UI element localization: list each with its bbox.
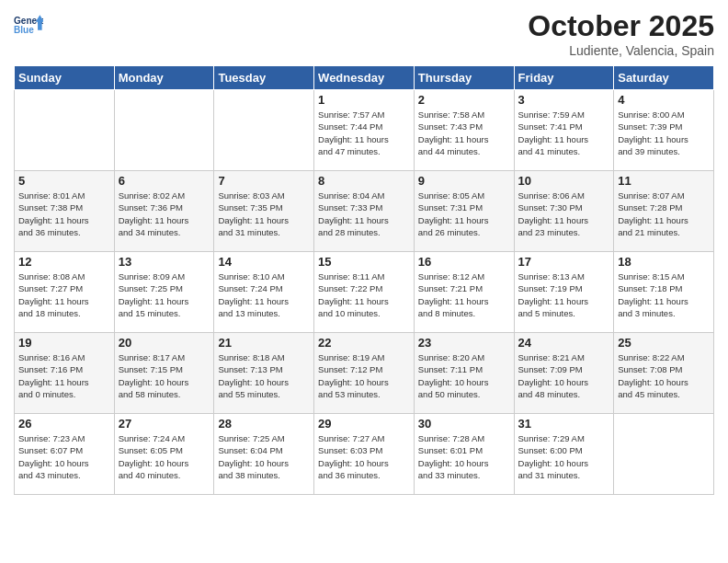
calendar-week-row: 12Sunrise: 8:08 AMSunset: 7:27 PMDayligh… [15,252,714,333]
calendar-day-cell: 4Sunrise: 8:00 AMSunset: 7:39 PMDaylight… [614,90,714,171]
day-info: Sunrise: 8:22 AMSunset: 7:08 PMDaylight:… [618,351,710,400]
day-number: 13 [119,255,210,269]
day-number: 15 [318,255,410,269]
day-number: 28 [218,417,310,431]
day-number: 25 [618,336,710,350]
calendar-day-cell [214,90,314,171]
day-info: Sunrise: 8:04 AMSunset: 7:33 PMDaylight:… [318,190,410,238]
calendar-day-cell: 28Sunrise: 7:25 AMSunset: 6:04 PMDayligh… [214,414,314,495]
day-number: 19 [18,336,110,350]
calendar-day-cell: 24Sunrise: 8:21 AMSunset: 7:09 PMDayligh… [514,333,614,414]
calendar-day-cell: 20Sunrise: 8:17 AMSunset: 7:15 PMDayligh… [114,333,214,414]
header: General Blue October 2025 Ludiente, Vale… [14,9,714,58]
calendar-day-cell [114,90,214,171]
calendar-day-cell: 15Sunrise: 8:11 AMSunset: 7:22 PMDayligh… [314,252,415,333]
calendar-day-cell: 6Sunrise: 8:02 AMSunset: 7:36 PMDaylight… [114,171,214,252]
calendar-day-cell: 27Sunrise: 7:24 AMSunset: 6:05 PMDayligh… [114,414,214,495]
calendar-day-cell: 16Sunrise: 8:12 AMSunset: 7:21 PMDayligh… [414,252,514,333]
day-number: 7 [218,174,310,188]
calendar-day-cell [614,414,714,495]
day-info: Sunrise: 8:08 AMSunset: 7:27 PMDaylight:… [18,270,110,319]
calendar-day-cell: 2Sunrise: 7:58 AMSunset: 7:43 PMDaylight… [414,90,514,171]
weekday-tuesday: Tuesday [214,66,314,90]
day-number: 30 [418,417,510,431]
day-info: Sunrise: 8:18 AMSunset: 7:13 PMDaylight:… [218,351,310,400]
day-info: Sunrise: 8:00 AMSunset: 7:39 PMDaylight:… [618,109,710,157]
day-number: 9 [418,174,510,188]
day-info: Sunrise: 8:21 AMSunset: 7:09 PMDaylight:… [518,351,610,400]
calendar-day-cell: 30Sunrise: 7:28 AMSunset: 6:01 PMDayligh… [414,414,514,495]
weekday-saturday: Saturday [614,66,714,90]
calendar-week-row: 5Sunrise: 8:01 AMSunset: 7:38 PMDaylight… [15,171,714,252]
day-number: 20 [119,336,210,350]
calendar-day-cell: 25Sunrise: 8:22 AMSunset: 7:08 PMDayligh… [614,333,714,414]
calendar-day-cell: 22Sunrise: 8:19 AMSunset: 7:12 PMDayligh… [314,333,415,414]
day-number: 2 [418,93,510,107]
day-info: Sunrise: 8:06 AMSunset: 7:30 PMDaylight:… [518,190,610,238]
location: Ludiente, Valencia, Spain [528,43,714,58]
weekday-sunday: Sunday [15,66,115,90]
day-info: Sunrise: 8:05 AMSunset: 7:31 PMDaylight:… [418,190,510,238]
day-number: 4 [618,93,710,107]
day-info: Sunrise: 7:23 AMSunset: 6:07 PMDaylight:… [18,432,110,481]
day-number: 31 [518,417,610,431]
day-info: Sunrise: 8:17 AMSunset: 7:15 PMDaylight:… [119,351,210,400]
day-number: 29 [318,417,410,431]
calendar-week-row: 26Sunrise: 7:23 AMSunset: 6:07 PMDayligh… [15,414,714,495]
calendar-day-cell: 1Sunrise: 7:57 AMSunset: 7:44 PMDaylight… [314,90,415,171]
day-number: 5 [18,174,110,188]
calendar-week-row: 19Sunrise: 8:16 AMSunset: 7:16 PMDayligh… [15,333,714,414]
svg-text:Blue: Blue [14,25,34,35]
day-info: Sunrise: 8:07 AMSunset: 7:28 PMDaylight:… [618,190,710,238]
day-number: 12 [18,255,110,269]
day-number: 23 [418,336,510,350]
day-info: Sunrise: 8:19 AMSunset: 7:12 PMDaylight:… [318,351,410,400]
calendar-day-cell: 3Sunrise: 7:59 AMSunset: 7:41 PMDaylight… [514,90,614,171]
calendar-day-cell: 5Sunrise: 8:01 AMSunset: 7:38 PMDaylight… [15,171,115,252]
calendar-week-row: 1Sunrise: 7:57 AMSunset: 7:44 PMDaylight… [15,90,714,171]
day-info: Sunrise: 8:02 AMSunset: 7:36 PMDaylight:… [119,190,210,238]
calendar-day-cell: 7Sunrise: 8:03 AMSunset: 7:35 PMDaylight… [214,171,314,252]
day-info: Sunrise: 7:28 AMSunset: 6:01 PMDaylight:… [418,432,510,481]
day-number: 11 [618,174,710,188]
day-number: 24 [518,336,610,350]
day-info: Sunrise: 7:58 AMSunset: 7:43 PMDaylight:… [418,109,510,157]
day-info: Sunrise: 8:03 AMSunset: 7:35 PMDaylight:… [218,190,310,238]
calendar-day-cell [15,90,115,171]
day-info: Sunrise: 7:57 AMSunset: 7:44 PMDaylight:… [318,109,410,157]
day-info: Sunrise: 8:20 AMSunset: 7:11 PMDaylight:… [418,351,510,400]
logo-svg: General Blue [14,9,43,42]
calendar-day-cell: 14Sunrise: 8:10 AMSunset: 7:24 PMDayligh… [214,252,314,333]
calendar-day-cell: 18Sunrise: 8:15 AMSunset: 7:18 PMDayligh… [614,252,714,333]
calendar-day-cell: 31Sunrise: 7:29 AMSunset: 6:00 PMDayligh… [514,414,614,495]
calendar-header: SundayMondayTuesdayWednesdayThursdayFrid… [15,66,714,90]
calendar-day-cell: 26Sunrise: 7:23 AMSunset: 6:07 PMDayligh… [15,414,115,495]
weekday-friday: Friday [514,66,614,90]
day-number: 6 [119,174,210,188]
logo: General Blue [14,9,43,42]
calendar-day-cell: 11Sunrise: 8:07 AMSunset: 7:28 PMDayligh… [614,171,714,252]
day-info: Sunrise: 7:59 AMSunset: 7:41 PMDaylight:… [518,109,610,157]
day-number: 18 [618,255,710,269]
day-number: 16 [418,255,510,269]
weekday-thursday: Thursday [414,66,514,90]
calendar-day-cell: 21Sunrise: 8:18 AMSunset: 7:13 PMDayligh… [214,333,314,414]
day-info: Sunrise: 7:25 AMSunset: 6:04 PMDaylight:… [218,432,310,481]
calendar-day-cell: 8Sunrise: 8:04 AMSunset: 7:33 PMDaylight… [314,171,415,252]
day-info: Sunrise: 8:12 AMSunset: 7:21 PMDaylight:… [418,270,510,319]
calendar-day-cell: 19Sunrise: 8:16 AMSunset: 7:16 PMDayligh… [15,333,115,414]
day-info: Sunrise: 7:27 AMSunset: 6:03 PMDaylight:… [318,432,410,481]
day-info: Sunrise: 8:15 AMSunset: 7:18 PMDaylight:… [618,270,710,319]
calendar-day-cell: 10Sunrise: 8:06 AMSunset: 7:30 PMDayligh… [514,171,614,252]
day-info: Sunrise: 8:13 AMSunset: 7:19 PMDaylight:… [518,270,610,319]
day-number: 27 [119,417,210,431]
weekday-row: SundayMondayTuesdayWednesdayThursdayFrid… [15,66,714,90]
calendar-day-cell: 17Sunrise: 8:13 AMSunset: 7:19 PMDayligh… [514,252,614,333]
calendar: SundayMondayTuesdayWednesdayThursdayFrid… [14,65,714,495]
day-number: 8 [318,174,410,188]
day-number: 3 [518,93,610,107]
day-number: 10 [518,174,610,188]
day-info: Sunrise: 8:11 AMSunset: 7:22 PMDaylight:… [318,270,410,319]
calendar-day-cell: 12Sunrise: 8:08 AMSunset: 7:27 PMDayligh… [15,252,115,333]
weekday-monday: Monday [114,66,214,90]
